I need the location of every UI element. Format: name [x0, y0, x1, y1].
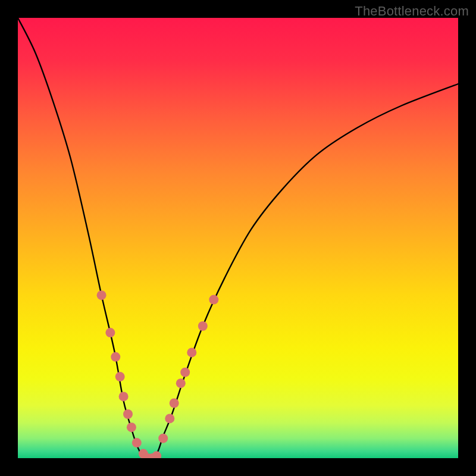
bottleneck-curve: [18, 18, 458, 458]
marker-dot: [198, 321, 208, 331]
marker-dot: [165, 414, 174, 423]
marker-dot: [170, 399, 179, 408]
marker-dot: [119, 392, 129, 401]
watermark-text: TheBottleneck.com: [355, 4, 469, 19]
plot-overlay: [18, 18, 458, 458]
marker-dot: [152, 451, 161, 458]
plot-area: [18, 18, 458, 458]
marker-group: [97, 290, 219, 458]
marker-dot: [127, 422, 136, 432]
marker-dot: [158, 434, 168, 443]
marker-dot: [187, 347, 196, 357]
marker-dot: [105, 328, 115, 337]
marker-dot: [111, 352, 120, 362]
marker-dot: [132, 438, 142, 447]
marker-dot: [97, 290, 107, 300]
marker-dot: [180, 368, 190, 377]
marker-dot: [115, 372, 125, 381]
marker-dot: [176, 378, 186, 388]
marker-dot: [123, 409, 133, 419]
marker-dot: [209, 295, 218, 305]
